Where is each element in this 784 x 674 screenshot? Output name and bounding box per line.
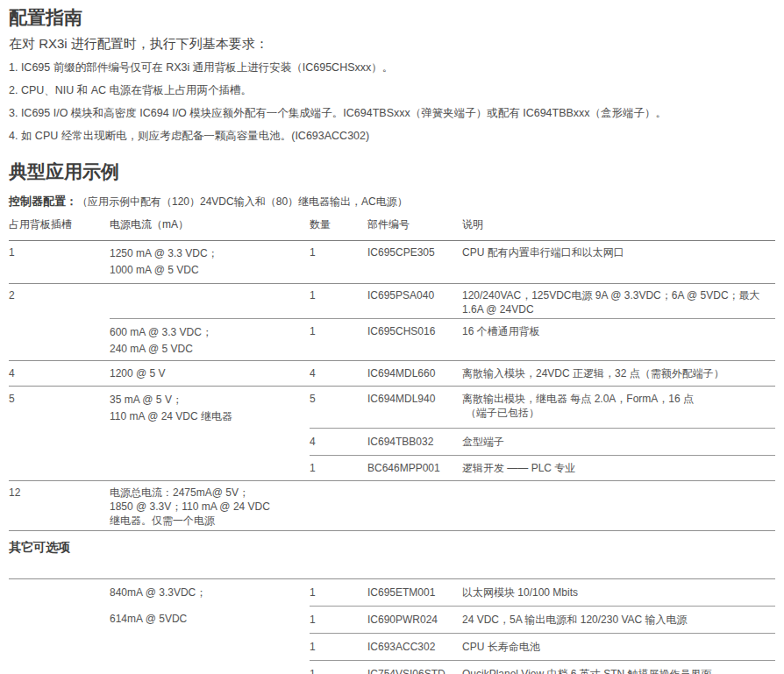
part-cell: IC694MDL660 — [367, 366, 462, 380]
table-subrow: 1 IC695ETM001 以太网模块 10/100 Mbits — [310, 579, 775, 606]
qty-cell: 4 — [310, 366, 367, 380]
current-cell: 600 mA @ 3.3 VDC； 240 mA @ 5 VDC — [110, 324, 310, 358]
qty-cell: 5 — [310, 392, 367, 406]
current-line: 840mA @ 3.3VDC； — [110, 579, 310, 606]
list-item: 3. IC695 I/O 模块和高密度 IC694 I/O 模块应额外配有一个集… — [9, 106, 775, 120]
part-cell: IC695CPE305 — [367, 245, 462, 259]
list-item: 4. 如 CPU 经常出现断电，则应考虑配备一颗高容量电池。(IC693ACC3… — [9, 129, 775, 143]
section-title-typical-example: 典型应用示例 — [9, 161, 775, 182]
desc-cell: 离散输入模块，24VDC 正逻辑，32 点（需额外配端子） — [462, 366, 775, 380]
current-cell: 1200 @ 5 V — [110, 366, 310, 380]
part-cell: IC695ETM001 — [367, 585, 462, 600]
header-slot: 占用背板插槽 — [9, 217, 110, 231]
part-cell: IC695PSA040 — [367, 288, 462, 302]
current-line: 240 mA @ 5 VDC — [110, 341, 310, 358]
table-row: 2 1 IC695PSA040 120/240VAC，125VDC电源 9A @… — [9, 283, 775, 360]
current-line: 1000 mA @ 5 VDC — [110, 262, 310, 279]
slot-cell: 2 — [9, 284, 110, 304]
current-line: 110 mA @ 24 VDC 继电器 — [110, 408, 310, 425]
desc-cell: QucikPlanel View 中档 6 英寸 STN 触摸屏操作员界面 — [462, 667, 775, 674]
table-subrow: 1 IC690PWR024 24 VDC，5A 输出电源和 120/230 VA… — [310, 606, 775, 633]
desc-line: 离散输出模块，继电器 每点 2.0A，FormA，16 点 — [462, 392, 775, 406]
table-subrow: 600 mA @ 3.3 VDC； 240 mA @ 5 VDC 1 IC695… — [110, 318, 775, 360]
desc-cell: CPU 配有内置串行端口和以太网口 — [462, 245, 775, 259]
current-line: 614mA @ 5VDC — [110, 606, 310, 632]
desc-cell: 离散输出模块，继电器 每点 2.0A，FormA，16 点 （端子已包括） — [462, 392, 775, 420]
header-desc: 说明 — [462, 217, 775, 231]
current-cell: 电源总电流：2475mA@ 5V； 1850 @ 3.3V；110 mA @ 2… — [110, 486, 310, 528]
qty-cell: 1 — [310, 585, 367, 600]
desc-cell: 24 VDC，5A 输出电源和 120/230 VAC 输入电源 — [462, 613, 775, 627]
page-content: 配置指南 在对 RX3i 进行配置时，执行下列基本要求： 1. IC695 前缀… — [0, 0, 784, 674]
list-item: 2. CPU、NIU 和 AC 电源在背板上占用两个插槽。 — [9, 83, 775, 97]
current-cell: 1250 mA @ 3.3 VDC； 1000 mA @ 5 VDC — [110, 245, 310, 279]
row-subgroup: 1 IC695ETM001 以太网模块 10/100 Mbits 1 IC690… — [310, 579, 775, 674]
table-subrow: 4 IC694TBB032 盒型端子 — [310, 428, 775, 455]
table-row: 840mA @ 3.3VDC； 614mA @ 5VDC 1 IC695ETM0… — [9, 578, 775, 674]
desc-cell: 逻辑开发 —— PLC 专业 — [462, 461, 775, 475]
slot-cell: 1 — [9, 245, 110, 259]
config-intro-text: 在对 RX3i 进行配置时，执行下列基本要求： — [9, 36, 775, 52]
qty-cell: 1 — [310, 613, 367, 627]
header-current: 电源电流（mA） — [110, 217, 310, 231]
table-subrow: 1 IC754VSI06STD QucikPlanel View 中档 6 英寸… — [310, 660, 775, 674]
desc-cell: 16 个槽通用背板 — [462, 324, 775, 338]
desc-cell: 盒型端子 — [462, 435, 775, 449]
table-row: 5 35 mA @ 5 V； 110 mA @ 24 VDC 继电器 5 IC6… — [9, 386, 775, 480]
current-line: 继电器。仅需一个电源 — [110, 514, 310, 528]
qty-cell: 4 — [310, 435, 367, 449]
options-section-header: 其它可选项 — [9, 530, 775, 578]
requirements-list: 1. IC695 前缀的部件编号仅可在 RX3i 通用背板上进行安装（IC695… — [9, 60, 775, 143]
row-subgroup: 1 IC695PSA040 120/240VAC，125VDC电源 9A @ 3… — [110, 284, 775, 360]
slot-cell: 4 — [9, 366, 110, 380]
current-line: 电源总电流：2475mA@ 5V； — [110, 486, 310, 500]
table-row: 1 1250 mA @ 3.3 VDC； 1000 mA @ 5 VDC 1 I… — [9, 241, 775, 283]
table-row: 4 1200 @ 5 V 4 IC694MDL660 离散输入模块，24VDC … — [9, 360, 775, 386]
qty-cell: 1 — [310, 324, 367, 338]
current-cell: 840mA @ 3.3VDC； 614mA @ 5VDC — [110, 579, 310, 632]
controller-config-label: 控制器配置： — [9, 195, 77, 208]
slot-cell: 5 — [9, 387, 110, 414]
part-cell: IC695CHS016 — [367, 324, 462, 338]
part-cell: IC693ACC302 — [367, 640, 462, 654]
header-part: 部件编号 — [367, 217, 462, 231]
row-subgroup: 5 IC694MDL940 离散输出模块，继电器 每点 2.0A，FormA，1… — [310, 387, 775, 480]
table-header-row: 占用背板插槽 电源电流（mA） 数量 部件编号 说明 — [9, 217, 775, 241]
qty-cell: 1 — [310, 461, 367, 475]
part-cell: BC646MPP001 — [367, 461, 462, 475]
datasheet-page: 配置指南 在对 RX3i 进行配置时，执行下列基本要求： 1. IC695 前缀… — [0, 0, 784, 674]
table-subrow: 5 IC694MDL940 离散输出模块，继电器 每点 2.0A，FormA，1… — [310, 387, 775, 428]
table-subrow: 1 IC693ACC302 CPU 长寿命电池 — [310, 633, 775, 660]
desc-cell: 以太网模块 10/100 Mbits — [462, 585, 775, 600]
current-line: 35 mA @ 5 V； — [110, 392, 310, 408]
slot-cell: 12 — [9, 486, 110, 500]
desc-cell: 120/240VAC，125VDC电源 9A @ 3.3VDC；6A @ 5VD… — [462, 288, 775, 316]
header-qty: 数量 — [310, 217, 367, 231]
current-line: 1850 @ 3.3V；110 mA @ 24 VDC — [110, 500, 310, 514]
desc-line: （端子已包括） — [462, 406, 775, 420]
table-subrow: 1 BC646MPP001 逻辑开发 —— PLC 专业 — [310, 455, 775, 480]
controller-config-desc: （应用示例中配有（120）24VDC输入和（80）继电器输出，AC电源） — [77, 195, 408, 208]
current-line: 1250 mA @ 3.3 VDC； — [110, 245, 310, 262]
table-subrow: 1 IC695PSA040 120/240VAC，125VDC电源 9A @ 3… — [110, 284, 775, 318]
slot-cell — [9, 579, 110, 592]
part-cell: IC690PWR024 — [367, 613, 462, 627]
controller-config-line: 控制器配置：（应用示例中配有（120）24VDC输入和（80）继电器输出，AC电… — [9, 195, 775, 209]
part-cell: IC754VSI06STD — [367, 667, 462, 674]
table-row: 12 电源总电流：2475mA@ 5V； 1850 @ 3.3V；110 mA … — [9, 480, 775, 530]
current-cell: 35 mA @ 5 V； 110 mA @ 24 VDC 继电器 — [110, 387, 310, 433]
qty-cell: 1 — [310, 288, 367, 302]
part-cell: IC694MDL940 — [367, 392, 462, 406]
qty-cell: 1 — [310, 640, 367, 654]
list-item: 1. IC695 前缀的部件编号仅可在 RX3i 通用背板上进行安装（IC695… — [9, 60, 775, 74]
qty-cell: 1 — [310, 245, 367, 259]
qty-cell: 1 — [310, 667, 367, 674]
parts-table: 占用背板插槽 电源电流（mA） 数量 部件编号 说明 1 1250 mA @ 3… — [9, 217, 775, 674]
desc-line: 1.6A @ 24VDC — [462, 302, 775, 316]
options-section-title: 其它可选项 — [9, 539, 775, 555]
section-title-config-guide: 配置指南 — [9, 7, 775, 28]
desc-cell: CPU 长寿命电池 — [462, 640, 775, 654]
desc-line: 120/240VAC，125VDC电源 9A @ 3.3VDC；6A @ 5VD… — [462, 288, 775, 302]
part-cell: IC694TBB032 — [367, 435, 462, 449]
current-line: 600 mA @ 3.3 VDC； — [110, 324, 310, 341]
